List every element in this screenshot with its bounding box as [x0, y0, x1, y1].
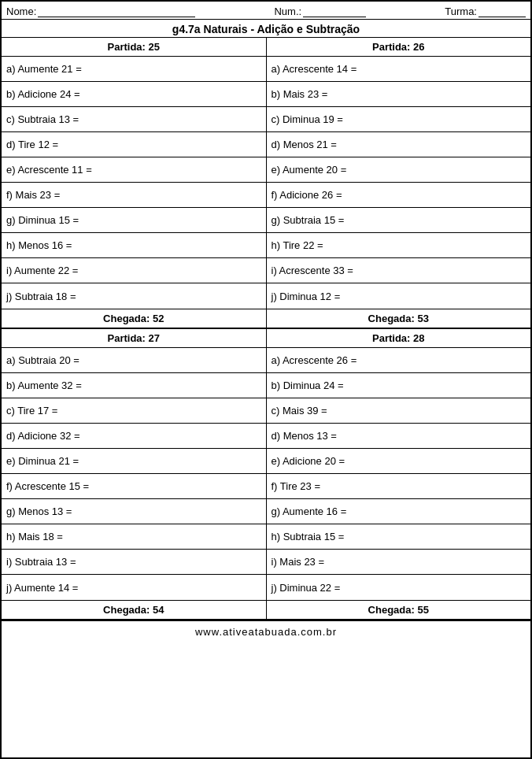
exercise-row: h) Tire 22 =	[267, 233, 531, 258]
exercise-row: g) Diminua 15 =	[2, 208, 266, 233]
section-pair-1: Partida: 27a) Subtraia 20 =b) Aumente 32…	[2, 329, 530, 620]
exercise-row: c) Tire 17 =	[2, 398, 266, 424]
exercise-row: c) Diminua 19 =	[267, 107, 531, 132]
chegada-cell-right-1: Chegada: 55	[267, 601, 531, 619]
exercise-row: f) Mais 23 =	[2, 183, 266, 208]
exercise-row: i) Acrescente 33 =	[267, 258, 531, 283]
exercise-row: j) Diminua 12 =	[267, 283, 531, 309]
turma-label: Turma:	[445, 6, 477, 17]
exercise-row: g) Subtraia 15 =	[267, 208, 531, 233]
footer: www.ativeatabuada.com.br	[2, 620, 530, 641]
chegada-cell-right-0: Chegada: 53	[267, 309, 531, 328]
section-header-left-0: Partida: 25	[2, 38, 266, 57]
exercise-row: i) Aumente 22 =	[2, 258, 266, 283]
exercise-row: f) Adicione 26 =	[267, 183, 531, 208]
chegada-row-0: Chegada: 52Chegada: 53	[2, 309, 530, 328]
exercise-row: j) Aumente 14 =	[2, 575, 266, 600]
exercise-row: g) Menos 13 =	[2, 499, 266, 524]
exercise-row: e) Diminua 21 =	[2, 449, 266, 474]
exercise-row: b) Diminua 24 =	[267, 373, 531, 398]
exercise-row: a) Acrescente 26 =	[267, 348, 531, 373]
exercise-row: j) Diminua 22 =	[267, 575, 531, 600]
exercise-row: f) Acrescente 15 =	[2, 474, 266, 499]
exercise-row: c) Subtraia 13 =	[2, 107, 266, 132]
chegada-cell-left-1: Chegada: 54	[2, 601, 267, 619]
section-header-left-1: Partida: 27	[2, 329, 266, 348]
exercise-row: i) Mais 23 =	[267, 550, 531, 575]
exercise-row: d) Tire 12 =	[2, 132, 266, 157]
sections-wrapper: Partida: 25a) Aumente 21 =b) Adicione 24…	[2, 38, 530, 620]
exercise-row: e) Adicione 20 =	[267, 449, 531, 474]
exercise-row: b) Adicione 24 =	[2, 82, 266, 107]
exercise-row: h) Subtraia 15 =	[267, 524, 531, 550]
exercise-row: e) Acrescente 11 =	[2, 157, 266, 183]
exercise-row: h) Mais 18 =	[2, 524, 266, 550]
chegada-row-1: Chegada: 54Chegada: 55	[2, 600, 530, 619]
exercise-row: f) Tire 23 =	[267, 474, 531, 499]
header-row: Nome: Num.: Turma:	[2, 2, 530, 20]
section-right-1: Partida: 28a) Acrescente 26 =b) Diminua …	[267, 329, 531, 600]
section-left-0: Partida: 25a) Aumente 21 =b) Adicione 24…	[2, 38, 267, 309]
exercise-row: b) Mais 23 =	[267, 82, 531, 107]
exercise-row: d) Menos 21 =	[267, 132, 531, 157]
exercise-row: b) Aumente 32 =	[2, 373, 266, 398]
section-left-1: Partida: 27a) Subtraia 20 =b) Aumente 32…	[2, 329, 267, 600]
section-right-0: Partida: 26a) Acrescente 14 =b) Mais 23 …	[267, 38, 531, 309]
section-header-right-1: Partida: 28	[267, 329, 531, 348]
exercise-row: a) Aumente 21 =	[2, 57, 266, 82]
exercise-row: a) Acrescente 14 =	[267, 57, 531, 82]
exercise-row: d) Adicione 32 =	[2, 424, 266, 449]
num-label: Num.:	[274, 6, 301, 17]
exercise-row: c) Mais 39 =	[267, 398, 531, 424]
nome-label: Nome:	[6, 6, 36, 17]
section-header-right-0: Partida: 26	[267, 38, 531, 57]
exercise-row: e) Aumente 20 =	[267, 157, 531, 183]
exercise-row: h) Menos 16 =	[2, 233, 266, 258]
exercise-row: g) Aumente 16 =	[267, 499, 531, 524]
exercise-row: a) Subtraia 20 =	[2, 348, 266, 373]
exercise-row: i) Subtraia 13 =	[2, 550, 266, 575]
title-row: g4.7a Naturais - Adição e Subtração	[2, 20, 530, 38]
chegada-cell-left-0: Chegada: 52	[2, 309, 267, 328]
exercise-row: j) Subtraia 18 =	[2, 283, 266, 309]
exercise-row: d) Menos 13 =	[267, 424, 531, 449]
section-pair-0: Partida: 25a) Aumente 21 =b) Adicione 24…	[2, 38, 530, 329]
